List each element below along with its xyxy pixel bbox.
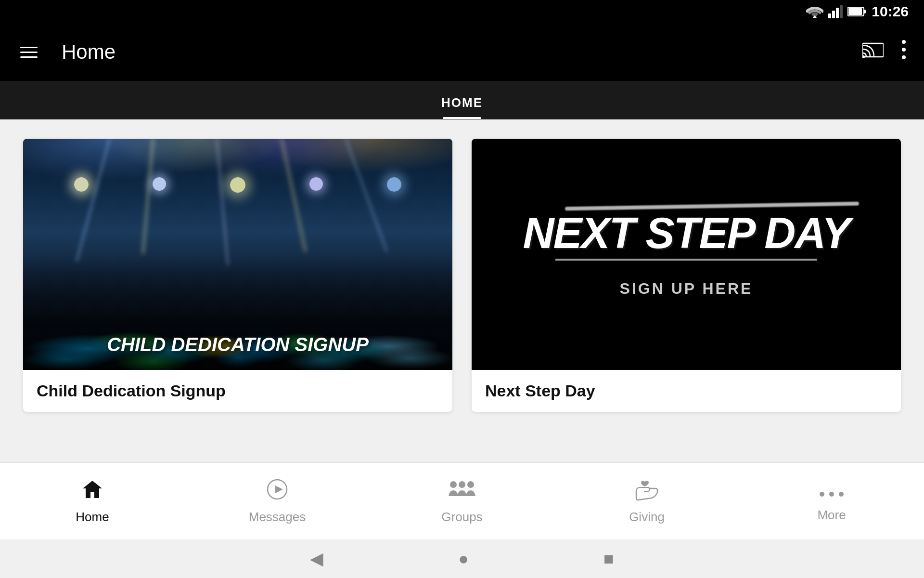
svg-point-8: [862, 55, 865, 58]
time-display: 10:26: [872, 3, 909, 20]
cast-button[interactable]: [862, 40, 884, 64]
svg-point-10: [902, 48, 906, 52]
svg-marker-13: [275, 486, 283, 493]
nextstep-content: NEXT STEP DAY SIGN UP HERE: [503, 139, 869, 370]
cards-grid: CHILD DEDICATION SIGNUP Child Dedication…: [23, 139, 901, 412]
nav-item-home[interactable]: Home: [44, 470, 141, 532]
bottom-nav: Home Messages Groups: [0, 462, 924, 539]
nextstep-subtitle: SIGN UP HERE: [620, 280, 753, 298]
home-button[interactable]: ●: [458, 549, 469, 569]
tab-bar: HOME: [0, 81, 924, 119]
back-button[interactable]: ◀: [310, 549, 323, 569]
svg-rect-5: [848, 8, 862, 15]
signal-icon: [828, 5, 843, 18]
groups-icon: [449, 478, 475, 505]
wifi-icon: [806, 5, 823, 18]
svg-rect-6: [864, 10, 866, 13]
svg-point-14: [450, 481, 457, 488]
nav-label-home: Home: [76, 510, 109, 525]
messages-icon: [266, 478, 289, 505]
recents-button[interactable]: ■: [603, 549, 614, 569]
hamburger-line-3: [20, 56, 38, 58]
nav-label-giving: Giving: [629, 510, 665, 525]
nav-item-giving[interactable]: Giving: [599, 470, 695, 532]
system-nav-bar: ◀ ● ■: [0, 539, 924, 578]
app-bar-title: Home: [62, 40, 862, 64]
nav-label-more: More: [817, 508, 846, 523]
card-child-dedication-image: CHILD DEDICATION SIGNUP: [23, 139, 452, 370]
nav-item-messages[interactable]: Messages: [229, 470, 325, 532]
tab-home[interactable]: HOME: [412, 95, 512, 119]
more-options-button[interactable]: [899, 39, 909, 65]
svg-point-11: [902, 55, 906, 59]
app-bar-actions: [862, 39, 909, 65]
hamburger-line-2: [20, 52, 38, 53]
svg-point-15: [459, 481, 465, 488]
card-child-dedication-image-text: CHILD DEDICATION SIGNUP: [23, 334, 452, 355]
svg-point-18: [829, 492, 834, 497]
svg-point-19: [839, 492, 844, 497]
hamburger-line-1: [20, 47, 38, 48]
card-child-dedication-title: Child Dedication Signup: [23, 370, 452, 412]
more-icon: [819, 480, 844, 503]
app-bar: Home: [0, 23, 924, 81]
card-next-step-day[interactable]: NEXT STEP DAY SIGN UP HERE Next Step Day: [472, 139, 901, 412]
card-next-step-day-image: NEXT STEP DAY SIGN UP HERE: [472, 139, 901, 370]
nav-item-more[interactable]: More: [783, 472, 880, 530]
nextstep-main-title: NEXT STEP DAY: [523, 211, 849, 261]
svg-rect-0: [828, 13, 831, 18]
home-icon: [81, 478, 104, 505]
svg-point-16: [467, 481, 474, 488]
svg-rect-2: [836, 8, 839, 18]
svg-point-17: [820, 492, 824, 497]
nav-label-groups: Groups: [441, 510, 482, 525]
status-bar: 10:26: [0, 0, 924, 23]
battery-icon: [847, 6, 867, 17]
status-icons: 10:26: [806, 3, 909, 20]
card-child-dedication[interactable]: CHILD DEDICATION SIGNUP Child Dedication…: [23, 139, 452, 412]
svg-rect-1: [832, 11, 835, 18]
giving-icon: [634, 478, 659, 505]
svg-point-9: [902, 40, 906, 44]
card-next-step-day-title: Next Step Day: [472, 370, 901, 412]
nextstep-title-wrapper: NEXT STEP DAY: [523, 211, 849, 261]
nav-label-messages: Messages: [249, 510, 306, 525]
svg-rect-3: [840, 5, 843, 18]
nav-item-groups[interactable]: Groups: [414, 470, 510, 532]
menu-button[interactable]: [15, 42, 42, 63]
main-content: CHILD DEDICATION SIGNUP Child Dedication…: [0, 119, 924, 462]
